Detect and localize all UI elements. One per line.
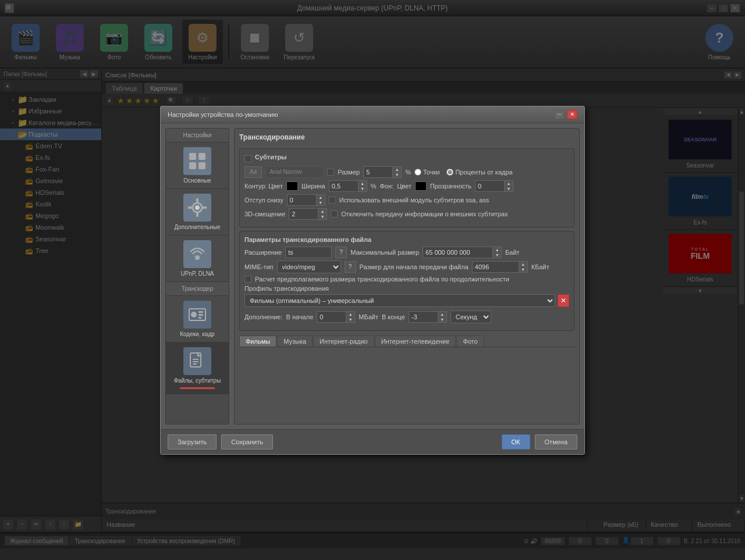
margin-input[interactable] [287, 194, 316, 206]
start-size-spinner: ▲ ▼ [472, 261, 528, 273]
mime-select[interactable]: video/mpeg [277, 261, 341, 273]
basic-label: Основные [183, 177, 211, 184]
radio-pct-frame[interactable] [446, 169, 453, 176]
sidebar-files-btn[interactable]: Файлы, субтитры [166, 343, 229, 394]
3d-input[interactable] [289, 208, 318, 220]
tab-internet-radio[interactable]: Интернет-радио [313, 336, 374, 347]
cancel-btn[interactable]: Отмена [535, 434, 577, 450]
3d-up[interactable]: ▲ [318, 209, 327, 214]
svg-rect-1 [198, 153, 205, 160]
codecs-label: Кодеки, кадр [180, 331, 215, 337]
ext-help-btn[interactable]: ? [335, 247, 347, 258]
radio-dots-label[interactable]: Точки [414, 169, 439, 176]
tab-photo[interactable]: Фото [456, 336, 484, 347]
transcoder-section-label: Транскодер [166, 282, 229, 296]
size-down[interactable]: ▼ [393, 172, 401, 177]
tab-films[interactable]: Фильмы [239, 336, 276, 347]
profile-delete-btn[interactable]: ✕ [558, 294, 569, 307]
width-up[interactable]: ▲ [359, 181, 367, 186]
tab-music[interactable]: Музыка [277, 336, 313, 347]
mime-help-btn[interactable]: ? [345, 261, 356, 273]
padding-end-label: В конце [382, 313, 405, 320]
profile-row: Профиль транскодирования [244, 285, 569, 292]
pad-start-input[interactable] [317, 311, 346, 323]
bg-color-box[interactable] [415, 181, 427, 191]
sidebar-advanced-btn[interactable]: Дополнительные [166, 189, 229, 236]
radio-dots[interactable] [414, 169, 421, 176]
border-color-box[interactable] [286, 181, 298, 191]
3d-row: 3D-смещение ▲ ▼ Отключить передачу инфор… [244, 208, 569, 220]
max-size-unit: Байт [505, 249, 520, 256]
tab-internet-tv[interactable]: Интернет-телевидение [375, 336, 456, 347]
calc-checkbox[interactable] [244, 276, 251, 283]
transp-spinner: ▲ ▼ [475, 180, 513, 192]
calc-row: Расчет предполагаемого размера транскоди… [244, 276, 569, 283]
width-spinner-btns: ▲ ▼ [358, 180, 367, 192]
transp-input[interactable] [475, 180, 504, 192]
size-up[interactable]: ▲ [393, 167, 401, 172]
bg-color-label: Цвет [397, 183, 411, 190]
svg-rect-19 [193, 363, 197, 365]
width-pct: % [371, 183, 377, 190]
transp-down[interactable]: ▼ [505, 186, 513, 191]
svg-rect-17 [193, 359, 198, 360]
transp-up[interactable]: ▲ [505, 181, 513, 186]
dialog-minimize-btn[interactable]: ─ [554, 110, 565, 119]
transcode-params-box: Параметры транскодированного файла Расши… [239, 231, 574, 331]
ext-input[interactable] [285, 247, 332, 258]
dialog-body: Настройки Основные [161, 123, 584, 429]
margin-up[interactable]: ▲ [317, 195, 325, 200]
3d-down[interactable]: ▼ [318, 214, 327, 219]
profile-select[interactable]: Фильмы (оптимальный) – универсальный [244, 294, 555, 307]
max-size-up[interactable]: ▲ [493, 247, 501, 252]
load-btn[interactable]: Загрузить [168, 434, 217, 450]
radio-pct-frame-label[interactable]: Проценты от кадра [446, 169, 512, 176]
pad-start-unit: МБайт [359, 313, 378, 320]
width-down[interactable]: ▼ [359, 186, 367, 191]
start-size-input[interactable] [472, 261, 519, 273]
dialog-close-btn[interactable]: ✕ [567, 110, 577, 119]
svg-rect-3 [198, 162, 205, 169]
sidebar-upnp-btn[interactable]: UPnP, DLNA [166, 236, 229, 282]
3d-spinner: ▲ ▼ [289, 208, 327, 220]
margin-row: Отступ снизу ▲ ▼ Использовать внешний мо… [244, 194, 569, 206]
subtitles-title: Субтитры [255, 154, 287, 160]
max-size-input[interactable] [423, 247, 492, 258]
dialog-main-content: Транскодирование Субтитры Аа Arial Narro… [234, 128, 580, 425]
subtitles-checkbox[interactable] [244, 155, 251, 162]
pad-end-up[interactable]: ▲ [438, 312, 446, 317]
ok-btn[interactable]: ОК [502, 434, 530, 450]
width-input[interactable] [329, 180, 358, 192]
margin-spinner: ▲ ▼ [287, 194, 325, 206]
pad-start-spinner-btns: ▲ ▼ [346, 311, 355, 323]
pad-end-input[interactable] [409, 311, 438, 323]
start-size-up[interactable]: ▲ [519, 262, 527, 267]
start-size-down[interactable]: ▼ [519, 267, 527, 272]
codecs-icon [183, 301, 211, 329]
pad-end-down[interactable]: ▼ [438, 317, 446, 322]
pad-start-up[interactable]: ▲ [346, 312, 354, 317]
width-spinner: ▲ ▼ [329, 180, 367, 192]
upnp-icon [183, 240, 211, 268]
pad-end-unit-select[interactable]: Секунд [450, 311, 491, 323]
profile-label: Профиль транскодирования [244, 285, 329, 292]
content-tabs: Фильмы Музыка Интернет-радио Интернет-те… [239, 336, 574, 347]
max-size-label: Максимальный размер [350, 249, 419, 256]
sidebar-basic-btn[interactable]: Основные [166, 142, 229, 189]
subtitles-header-row: Субтитры [244, 154, 569, 164]
transp-spinner-btns: ▲ ▼ [504, 180, 513, 192]
svg-rect-14 [198, 314, 203, 316]
ext-row: Расширение ? Максимальный размер ▲ ▼ Бай… [244, 247, 569, 258]
max-size-down[interactable]: ▼ [493, 252, 501, 258]
save-btn[interactable]: Сохранить [221, 434, 273, 450]
font-select-btn[interactable]: Аа [244, 166, 262, 178]
pad-start-down[interactable]: ▼ [346, 317, 354, 322]
disable-ext-checkbox[interactable] [331, 211, 338, 217]
ssa-checkbox[interactable] [329, 197, 336, 204]
size-input[interactable] [363, 166, 392, 178]
sidebar-codecs-btn[interactable]: Кодеки, кадр [166, 296, 229, 343]
size-checkbox[interactable] [327, 169, 334, 176]
size-spinner: ▲ ▼ [363, 166, 402, 178]
margin-down[interactable]: ▼ [317, 200, 325, 205]
svg-point-12 [191, 312, 197, 318]
